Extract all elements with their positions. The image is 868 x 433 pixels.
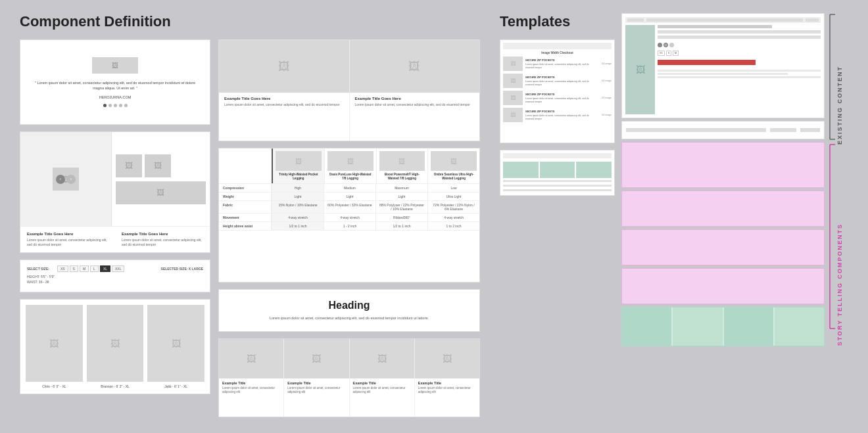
dot-3[interactable] — [114, 104, 117, 107]
testimonial-image: 🖼 — [92, 57, 138, 74]
pt-info-2: SECURE ZIP POCKETS Lorem ipsum dolor sit… — [525, 76, 598, 86]
quarter-item-2: 🖼 Example Title Lorem ipsum dolor sit am… — [284, 339, 349, 417]
comp-cell-m2: 4-way stretch — [324, 214, 375, 221]
pt-info-4: SECURE ZIP POCKETS Lorem ipsum dolor sit… — [525, 110, 598, 120]
templates-title: Templates — [500, 13, 615, 30]
comp-cell-h4: 1 to 2 inch — [427, 222, 479, 230]
size-xs[interactable]: XS — [57, 265, 68, 272]
model-name-2: Brannon - 6' 2" - XL — [101, 384, 130, 388]
carousel-right: 🖼 🖼 🖼 — [112, 132, 210, 226]
left-column: 🖼 " Lorem ipsum dolor sit amet, consecte… — [20, 39, 210, 417]
model-item-1: 🖼 Chris - 6' 0" - XL — [26, 305, 83, 388]
page-container: Component Definition 🖼 " Lorem ipsum dol… — [0, 0, 868, 433]
pt-row-3: 🖼 SECURE ZIP POCKETS Lorem ipsum dolor s… — [503, 91, 612, 105]
thumb-2[interactable]: 🖼 — [145, 154, 171, 177]
color-2[interactable] — [663, 43, 668, 47]
quarter-title-1: Example Title — [222, 381, 280, 385]
tmpl-mini-lines-1 — [503, 180, 612, 193]
comp-cell-c4: Low — [427, 184, 479, 192]
left-section: Component Definition 🖼 " Lorem ipsum dol… — [20, 13, 480, 420]
right-column: 🖼 Example Title Goes Here Lorem ipsum do… — [218, 39, 480, 417]
size-l[interactable]: L — [90, 265, 99, 272]
pt-info-1: SECURE ZIP POCKETS Lorem ipsum dolor sit… — [525, 58, 598, 69]
tmpl-mini-grid-row — [503, 162, 612, 178]
color-3[interactable] — [669, 43, 674, 47]
testimonial-dots — [103, 104, 128, 107]
comp-label-weight: Weight — [219, 193, 272, 200]
comparison-card: 🖼 Trinity High-Waisted Pocket Legging 🖼 … — [218, 148, 480, 283]
content-line-2 — [658, 30, 821, 34]
comp-product-1[interactable]: 🖼 Trinity High-Waisted Pocket Legging — [272, 148, 324, 183]
model-image-2: 🖼 — [87, 305, 144, 382]
content-line-1 — [658, 25, 772, 28]
comp-prod-img-4: 🖼 — [431, 151, 477, 171]
pt-img-2: 🖼 — [503, 74, 523, 88]
quarter-img-1: 🖼 — [219, 339, 283, 378]
template-left-panel: Templates Image Width Checkout 🖼 SECURE … — [500, 13, 615, 420]
comp-product-3[interactable]: 🖼 Boost Powermelt® High-Waisted 7/8 Legg… — [376, 148, 428, 183]
pt-name-3: SECURE ZIP POCKETS — [525, 93, 598, 96]
size-xxl[interactable]: XXL — [112, 265, 124, 272]
pt-info-3: SECURE ZIP POCKETS Lorem ipsum dolor sit… — [525, 93, 598, 103]
model-grid-card: 🖼 Chris - 6' 0" - XL 🖼 Brannon - 6' 2" -… — [20, 299, 210, 394]
add-to-cart-btn[interactable] — [658, 60, 756, 65]
color-1[interactable] — [658, 43, 662, 47]
carousel-nav: ‹ › — [56, 175, 76, 184]
existing-content-label: EXISTING CONTENT — [836, 66, 843, 145]
model-item-2: 🖼 Brannon - 6' 2" - XL — [87, 305, 144, 388]
comp-label-fabric: Fabric — [219, 201, 272, 213]
comp-product-4[interactable]: 🖼 Ombre Seamless Ultra High-Waisted Legg… — [427, 148, 479, 183]
sz-s[interactable]: S — [666, 51, 671, 56]
template-stack: 🖼 — [621, 13, 825, 420]
quarter-desc-4: Lorem ipsum dolor sit amet, consectetur … — [418, 386, 476, 395]
quarter-title-4: Example Title — [418, 381, 476, 385]
bar-content-3 — [800, 128, 820, 132]
bar-content-2 — [770, 128, 796, 132]
footer-item-1: Example Title Goes Here Lorem ipsum dolo… — [27, 232, 108, 247]
comp-product-2[interactable]: 🖼 Oasis PureLuxe High-Waisted 7/8 Leggin… — [324, 148, 376, 183]
comp-cell-f3: 88% Polylyser / 22% Polyester / 10% Elas… — [375, 201, 427, 213]
comp-cell-f1: 15% Nylon / 10% Elastane — [272, 201, 324, 213]
heading-title: Heading — [328, 300, 370, 311]
item-info-right: Example Title Goes Here Lorem ipsum dolo… — [350, 93, 480, 111]
story-card-3 — [621, 229, 825, 265]
comp-cell-f2: 60% Polyester / 32% Elastane — [324, 201, 375, 213]
pt-name-2: SECURE ZIP POCKETS — [525, 76, 598, 79]
comp-cell-m3: Ribbed360° — [375, 214, 427, 221]
comp-cell-w1: Light — [272, 193, 324, 200]
right-section: Templates Image Width Checkout 🖼 SECURE … — [500, 13, 848, 420]
size-xl[interactable]: XL — [100, 265, 110, 272]
prev-button[interactable]: ‹ — [56, 175, 65, 184]
pt-row-1: 🖼 SECURE ZIP POCKETS Lorem ipsum dolor s… — [503, 57, 612, 71]
thumb-1[interactable]: 🖼 — [116, 154, 142, 177]
tmpl-mini-grid-1 — [503, 162, 539, 178]
testimonial-quote: " Lorem ipsum dolor sit amet, consectetu… — [30, 80, 201, 91]
comp-prod-img-3: 🖼 — [379, 151, 425, 171]
size-s[interactable]: S — [70, 265, 78, 272]
dot-1[interactable] — [103, 104, 107, 107]
cards-area: 🖼 " Lorem ipsum dolor sit amet, consecte… — [20, 39, 480, 417]
heading-card: Heading Lorem ipsum dolor sit amet, cons… — [218, 289, 480, 332]
comp-cell-h2: 1 - 2 inch — [324, 222, 375, 230]
dot-5[interactable] — [124, 104, 128, 107]
item-title-right: Example Title Goes Here — [355, 97, 475, 101]
item-right: 🖼 Example Title Goes Here Lorem ipsum do… — [350, 40, 480, 141]
thumbnail-row: 🖼 🖼 — [116, 154, 206, 177]
comp-cell-w4: Ultra Light — [427, 193, 479, 200]
size-selector-card: SELECT SIZE: XS S M L XL XXL SELECTED SI… — [20, 260, 210, 292]
story-section — [621, 142, 825, 304]
two-item-inner: 🖼 Example Title Goes Here Lorem ipsum do… — [219, 40, 479, 141]
dot-4[interactable] — [119, 104, 122, 107]
brackets-area: EXISTING CONTENT STORY TELLING COMPONENT… — [829, 13, 848, 420]
dot-2[interactable] — [108, 104, 112, 107]
sz-m[interactable]: M — [673, 51, 679, 56]
size-m[interactable]: M — [80, 265, 89, 272]
thumb-3[interactable]: 🖼 — [116, 181, 206, 204]
next-button[interactable]: › — [66, 175, 76, 184]
pt-desc-1: Lorem ipsum dolor sit amet, consectetur … — [525, 63, 598, 69]
card-right-content: XS S M — [658, 25, 821, 114]
comp-cell-h3: 1/2 to 1 inch — [375, 222, 427, 230]
sz-xs[interactable]: XS — [658, 51, 665, 56]
comp-cell-w2: Light — [324, 193, 375, 200]
carousel-inner: 🖼 ‹ › 🖼 🖼 🖼 — [20, 132, 210, 226]
